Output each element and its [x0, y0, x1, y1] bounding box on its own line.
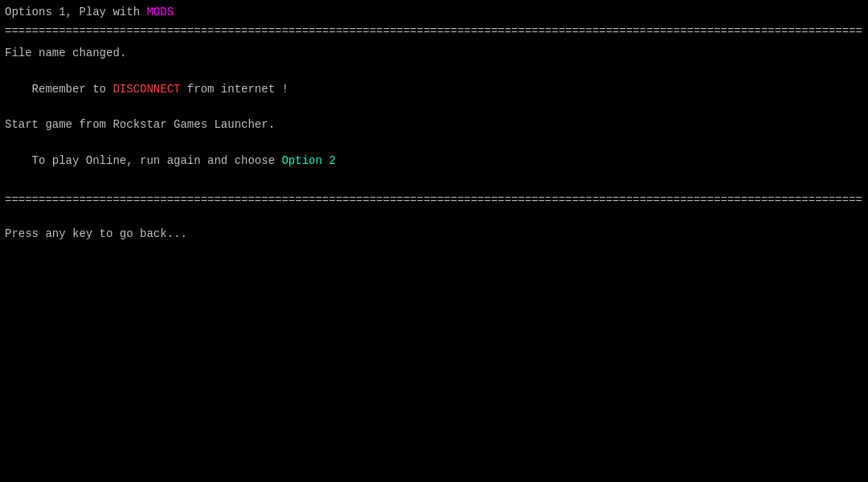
separator-bottom: ========================================… — [5, 191, 863, 209]
title-mods: MODS — [146, 6, 174, 18]
press-any-key-line: Press any key to go back... — [5, 225, 863, 243]
file-changed-line: File name changed. — [5, 44, 863, 62]
remember-prefix: Remember to — [32, 83, 113, 96]
remember-suffix: from internet ! — [180, 83, 288, 96]
content-block: File name changed. Remember to DISCONNEC… — [5, 44, 863, 188]
title-line: Options 1, Play with MODS — [5, 3, 863, 21]
disconnect-text: DISCONNECT — [113, 83, 180, 96]
separator-top: ========================================… — [5, 22, 863, 40]
option2-text: Option 2 — [281, 154, 335, 167]
remember-line: Remember to DISCONNECT from internet ! — [5, 62, 863, 116]
title-prefix: Options 1, Play with — [5, 6, 146, 18]
to-play-prefix: To play Online, run again and choose — [32, 154, 282, 167]
start-game-line: Start game from Rockstar Games Launcher. — [5, 116, 863, 133]
press-any-key-text: Press any key to go back... — [5, 227, 187, 240]
to-play-line: To play Online, run again and choose Opt… — [5, 134, 863, 188]
